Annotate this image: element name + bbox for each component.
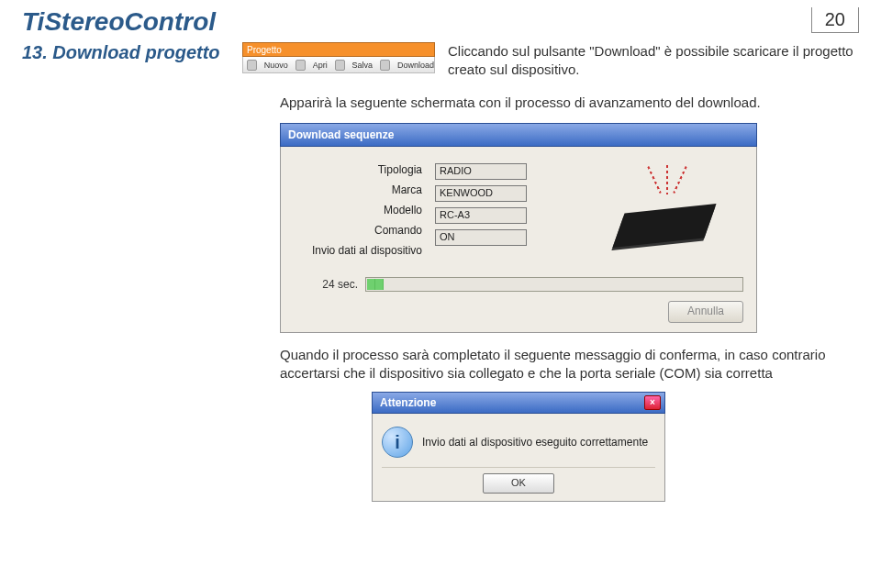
download-icon <box>380 60 390 71</box>
label-modello: Modello <box>294 204 422 216</box>
ok-button[interactable]: OK <box>483 473 554 494</box>
device-box-icon <box>612 204 716 248</box>
field-marca: KENWOOD <box>435 185 527 202</box>
field-modello: RC-A3 <box>435 207 527 224</box>
label-invio: Invio dati al dispositivo <box>294 244 422 257</box>
signal-ray-icon <box>647 166 661 194</box>
progress-bar-fill <box>367 279 384 290</box>
page-number: 20 <box>811 7 859 33</box>
download-dialog-title: Download sequenze <box>288 128 394 141</box>
close-icon[interactable]: × <box>644 395 661 410</box>
toolbar-screenshot: Progetto Nuovo Apri Salva Download <box>242 42 435 75</box>
new-icon <box>247 60 257 71</box>
alert-dialog-title: Attenzione <box>380 396 436 409</box>
label-comando: Comando <box>294 224 422 237</box>
info-icon: i <box>382 427 413 458</box>
toolbar-item-salva: Salva <box>352 61 374 70</box>
download-dialog: Download sequenze Tipologia Marca Modell… <box>280 123 757 333</box>
device-illustration <box>600 165 729 248</box>
open-icon <box>296 60 306 71</box>
toolbar-tab-label: Progetto <box>247 45 282 55</box>
toolbar-item-apri: Apri <box>313 61 328 70</box>
cancel-button[interactable]: Annulla <box>668 301 743 323</box>
download-dialog-titlebar: Download sequenze <box>280 123 757 147</box>
description-3: Quando il processo sarà completato il se… <box>0 333 881 391</box>
toolbar-item-nuovo: Nuovo <box>264 61 288 70</box>
label-tipologia: Tipologia <box>294 163 422 176</box>
field-comando: ON <box>435 229 527 246</box>
signal-ray-icon <box>666 165 668 194</box>
label-marca: Marca <box>294 183 422 196</box>
section-heading: 13. Download progetto <box>22 42 242 63</box>
signal-ray-icon <box>673 166 686 194</box>
alert-dialog: Attenzione × i Invio dati al dispositivo… <box>372 392 665 502</box>
field-tipologia: RADIO <box>435 163 527 180</box>
description-1: Cliccando sul pulsante "Download" è poss… <box>435 42 859 80</box>
progress-bar <box>365 277 743 292</box>
description-2: Apparirà la seguente schermata con il pr… <box>0 80 881 119</box>
progress-seconds: 24 sec. <box>294 278 365 291</box>
alert-dialog-titlebar: Attenzione × <box>372 392 665 414</box>
save-icon <box>335 60 345 71</box>
alert-message: Invio dati al dispositivo eseguito corre… <box>422 436 648 449</box>
page-title: TiStereoControl <box>22 7 216 37</box>
toolbar-item-download: Download <box>397 61 434 70</box>
